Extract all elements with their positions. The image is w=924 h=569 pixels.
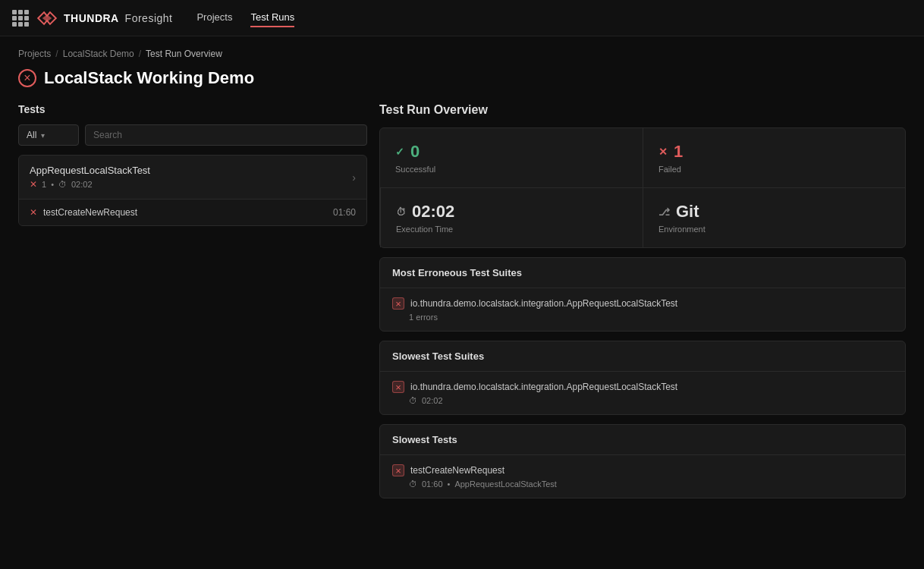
list-item: io.thundra.demo.localstack.integration.A… bbox=[380, 288, 905, 331]
erroneous-suite-meta: 1 errors bbox=[392, 313, 893, 322]
clock-icon: ⏱ bbox=[58, 180, 67, 189]
stat-execution: ⏱ 02:02 Execution Time bbox=[380, 187, 643, 247]
breadcrumb-sep-1: / bbox=[55, 49, 58, 59]
stat-successful-label: Successful bbox=[395, 165, 627, 174]
filter-select[interactable]: All ▾ bbox=[18, 124, 79, 146]
breadcrumb-sep-2: / bbox=[139, 49, 141, 59]
erroneous-suite-name: io.thundra.demo.localstack.integration.A… bbox=[392, 297, 893, 310]
list-item: testCreateNewRequest ⏱ 01:60 • AppReques… bbox=[380, 455, 905, 498]
stat-env-value: ⎇ Git bbox=[658, 202, 890, 222]
stat-failed-value: ✕ 1 bbox=[658, 142, 890, 162]
suite-fail-count: 1 bbox=[42, 180, 46, 189]
nav-projects[interactable]: Projects bbox=[196, 8, 232, 27]
slowest-suite-meta: ⏱ 02:02 bbox=[392, 396, 893, 405]
test-duration: 01:60 bbox=[333, 207, 356, 218]
suite-duration: 02:02 bbox=[71, 180, 93, 189]
overview-title: Test Run Overview bbox=[379, 103, 906, 117]
test-suite-card: AppRequestLocalStackTest ✕ 1 • ⏱ 02:02 ›… bbox=[18, 155, 367, 226]
logo-svg bbox=[35, 10, 59, 27]
stat-execution-value: ⏱ 02:02 bbox=[396, 202, 627, 222]
chevron-right-icon: › bbox=[352, 171, 356, 184]
x-badge-icon bbox=[392, 464, 404, 476]
status-error-icon bbox=[18, 69, 36, 87]
stat-env-label: Environment bbox=[658, 225, 890, 234]
topbar-left: THUNDRA Foresight bbox=[12, 10, 172, 27]
check-icon: ✓ bbox=[395, 146, 404, 158]
chevron-down-icon: ▾ bbox=[41, 131, 45, 140]
topbar: THUNDRA Foresight Projects Test Runs bbox=[0, 0, 924, 36]
x-icon: ✕ bbox=[658, 146, 668, 158]
breadcrumb-localstack[interactable]: LocalStack Demo bbox=[63, 49, 134, 59]
clock-small-icon: ⏱ bbox=[409, 396, 417, 405]
overview-panel: Test Run Overview ✓ 0 Successful ✕ 1 Fai… bbox=[379, 103, 906, 508]
apps-grid-icon[interactable] bbox=[12, 10, 29, 27]
x-badge-icon bbox=[392, 297, 404, 310]
test-fail-icon: ✕ bbox=[30, 207, 37, 218]
suite-meta-dot: • bbox=[51, 180, 54, 189]
stats-card: ✓ 0 Successful ✕ 1 Failed ⏱ 02:02 Execu bbox=[379, 127, 906, 248]
suite-header-left: AppRequestLocalStackTest ✕ 1 • ⏱ 02:02 bbox=[30, 165, 150, 190]
main-layout: Tests All ▾ AppRequestLocalStackTest ✕ 1… bbox=[0, 103, 924, 508]
filter-row: All ▾ bbox=[18, 124, 367, 146]
slowest-suite-name: io.thundra.demo.localstack.integration.A… bbox=[392, 381, 893, 393]
tests-panel: Tests All ▾ AppRequestLocalStackTest ✕ 1… bbox=[18, 103, 367, 508]
slowest-tests-card: Slowest Tests testCreateNewRequest ⏱ 01:… bbox=[379, 424, 906, 498]
table-row: ✕ testCreateNewRequest 01:60 bbox=[19, 200, 366, 225]
most-erroneous-title: Most Erroneous Test Suites bbox=[380, 258, 905, 288]
slowest-test-name: testCreateNewRequest bbox=[392, 464, 893, 476]
slowest-test-meta: ⏱ 01:60 • AppRequestLocalStackTest bbox=[392, 479, 893, 489]
filter-label: All bbox=[27, 130, 36, 140]
suite-header[interactable]: AppRequestLocalStackTest ✕ 1 • ⏱ 02:02 › bbox=[19, 156, 366, 199]
x-badge-icon bbox=[392, 381, 404, 393]
tests-panel-header: Tests bbox=[18, 103, 367, 115]
test-name: testCreateNewRequest bbox=[43, 207, 137, 218]
git-icon: ⎇ bbox=[658, 206, 670, 218]
suite-meta: ✕ 1 • ⏱ 02:02 bbox=[30, 179, 150, 190]
stat-failed-label: Failed bbox=[658, 165, 890, 174]
suite-name: AppRequestLocalStackTest bbox=[30, 165, 150, 176]
list-item: io.thundra.demo.localstack.integration.A… bbox=[380, 372, 905, 414]
logo: THUNDRA Foresight bbox=[35, 10, 172, 27]
slowest-suites-title: Slowest Test Suites bbox=[380, 341, 905, 372]
most-erroneous-card: Most Erroneous Test Suites io.thundra.de… bbox=[379, 257, 906, 332]
clock-icon: ⏱ bbox=[396, 206, 406, 218]
search-wrap bbox=[85, 124, 367, 146]
page-title-row: LocalStack Working Demo bbox=[0, 65, 924, 103]
breadcrumb-projects[interactable]: Projects bbox=[18, 49, 51, 59]
breadcrumb: Projects / LocalStack Demo / Test Run Ov… bbox=[0, 36, 924, 65]
search-input[interactable] bbox=[85, 124, 367, 146]
breadcrumb-current: Test Run Overview bbox=[146, 49, 222, 59]
stat-successful-value: ✓ 0 bbox=[395, 142, 627, 162]
test-row-left: ✕ testCreateNewRequest bbox=[30, 207, 137, 218]
stat-failed: ✕ 1 Failed bbox=[643, 128, 905, 187]
slowest-suites-card: Slowest Test Suites io.thundra.demo.loca… bbox=[379, 341, 906, 415]
slowest-tests-title: Slowest Tests bbox=[380, 425, 905, 455]
top-nav: Projects Test Runs bbox=[196, 8, 294, 27]
page-title: LocalStack Working Demo bbox=[44, 68, 254, 88]
logo-text: THUNDRA Foresight bbox=[64, 12, 172, 24]
nav-test-runs[interactable]: Test Runs bbox=[250, 8, 294, 27]
stat-successful: ✓ 0 Successful bbox=[380, 128, 643, 187]
stat-execution-label: Execution Time bbox=[396, 225, 627, 234]
clock-small-icon: ⏱ bbox=[409, 479, 417, 489]
stat-environment: ⎇ Git Environment bbox=[643, 187, 905, 247]
fail-icon: ✕ bbox=[30, 179, 37, 190]
